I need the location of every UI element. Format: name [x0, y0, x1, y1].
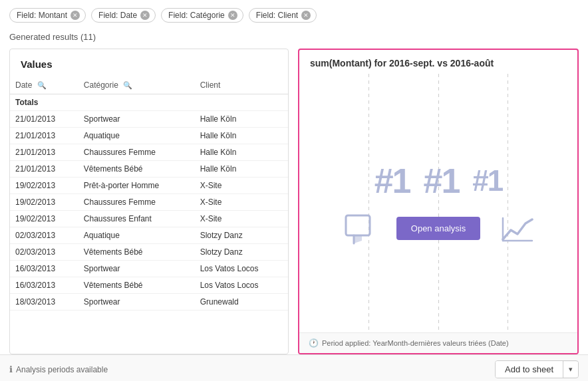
analysis-periods-label: Analysis periods available: [16, 365, 108, 374]
add-sheet-main[interactable]: Add to sheet: [496, 361, 563, 378]
analysis-periods[interactable]: ℹ Analysis periods available: [9, 364, 108, 374]
table-row: 21/01/2013Chaussures FemmeHalle Köln: [10, 144, 288, 161]
filter-montant[interactable]: Field: Montant ✕: [9, 8, 86, 23]
line-chart-icon: [500, 211, 535, 246]
col-categorie: Catégorie 🔍: [78, 76, 195, 94]
remove-filter-categorie[interactable]: ✕: [228, 11, 237, 20]
add-sheet-button[interactable]: Add to sheet ▾: [495, 360, 579, 378]
filter-icon-box: [342, 211, 376, 246]
filter-date[interactable]: Field: Date ✕: [91, 8, 156, 23]
filter-funnel-icon: [342, 211, 376, 246]
table-row: 21/01/2013AquatiqueHalle Köln: [10, 128, 288, 144]
period-text: Period applied: YearMonth-dernières vale…: [322, 339, 509, 347]
main-content: Values Date 🔍 Catégorie 🔍 Clien: [0, 49, 588, 354]
svg-rect-0: [346, 215, 370, 235]
clock-icon: 🕐: [309, 338, 319, 348]
open-analysis-button[interactable]: Open analysis: [396, 217, 480, 240]
table-row: 16/03/2013Vêtements BébéLos Vatos Locos: [10, 277, 288, 294]
date-search-icon[interactable]: 🔍: [37, 81, 47, 90]
table-row: 16/03/2013SportwearLos Vatos Locos: [10, 261, 288, 277]
table-row: 18/03/2013SportwearGrunewald: [10, 294, 288, 311]
table-row: 02/03/2013AquatiqueSlotzy Danz: [10, 227, 288, 244]
col-client: Client: [195, 76, 288, 94]
table-header-row: Date 🔍 Catégorie 🔍 Client: [10, 76, 288, 94]
table-row: 21/01/2013Vêtements BébéHalle Köln: [10, 161, 288, 178]
totals-row: Totals: [10, 94, 288, 111]
table-row: 21/01/2013SportwearHalle Köln: [10, 111, 288, 128]
table-row: 19/02/2013Chaussures EnfantX-Site: [10, 211, 288, 227]
categorie-search-icon[interactable]: 🔍: [123, 81, 132, 90]
remove-filter-client[interactable]: ✕: [301, 11, 311, 20]
hash-1: #1: [374, 161, 410, 201]
info-icon: ℹ: [9, 364, 13, 374]
right-panel: sum(Montant) for 2016-sept. vs 2016-août…: [298, 49, 579, 354]
middle-row: Open analysis: [342, 211, 535, 246]
remove-filter-date[interactable]: ✕: [140, 11, 150, 20]
table-row: 19/02/2013Chaussures FemmeX-Site: [10, 194, 288, 211]
svg-marker-2: [354, 235, 362, 243]
table-row: 02/03/2013Vêtements BébéSlotzy Danz: [10, 244, 288, 261]
filter-bar: Field: Montant ✕ Field: Date ✕ Field: Ca…: [0, 0, 588, 29]
chart-body: #1 #1 #1 Open analysis: [299, 74, 577, 332]
table-container[interactable]: Date 🔍 Catégorie 🔍 Client: [10, 76, 288, 354]
remove-filter-montant[interactable]: ✕: [71, 11, 80, 20]
chart-footer: 🕐 Period applied: YearMonth-dernières va…: [299, 332, 577, 353]
chart-title: sum(Montant) for 2016-sept. vs 2016-août: [299, 50, 577, 74]
filter-client[interactable]: Field: Client ✕: [249, 8, 317, 23]
hash-2: #1: [424, 161, 460, 201]
chart-icon-box: [500, 211, 535, 246]
hash-3: #1: [472, 164, 502, 197]
chart-center: #1 #1 #1 Open analysis: [306, 161, 571, 246]
col-date: Date 🔍: [10, 76, 78, 94]
hash-row: #1 #1 #1: [374, 161, 503, 201]
add-sheet-arrow[interactable]: ▾: [563, 362, 578, 377]
table-row: 19/02/2013Prêt-à-porter HommeX-Site: [10, 178, 288, 194]
filter-categorie[interactable]: Field: Catégorie ✕: [161, 8, 243, 23]
left-panel: Values Date 🔍 Catégorie 🔍 Clien: [9, 49, 289, 354]
panel-title: Values: [10, 49, 288, 76]
values-table: Date 🔍 Catégorie 🔍 Client: [10, 76, 288, 311]
generated-label: Generated results (11): [0, 29, 588, 49]
bottom-bar: ℹ Analysis periods available Add to shee…: [0, 354, 588, 381]
